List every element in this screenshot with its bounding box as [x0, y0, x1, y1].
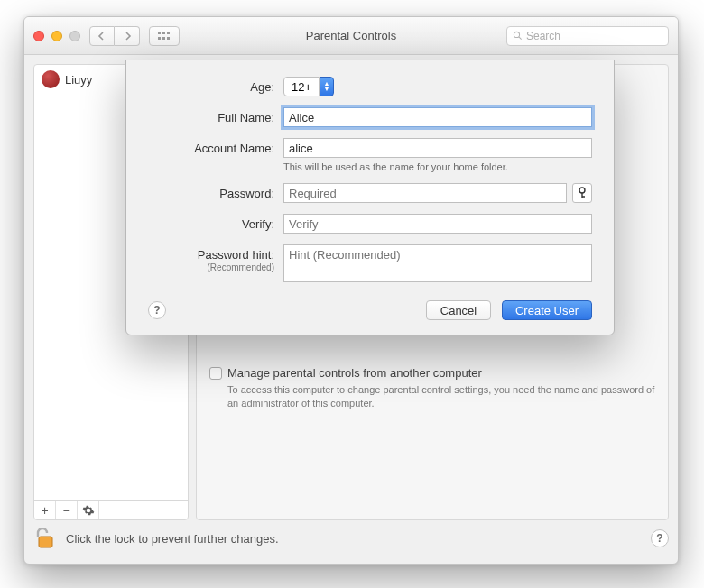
- search-icon: [513, 31, 523, 41]
- svg-point-6: [514, 32, 519, 37]
- svg-rect-8: [39, 537, 52, 547]
- back-button[interactable]: [89, 26, 115, 46]
- hint-label: Password hint: (Recommended): [148, 244, 283, 272]
- account-name-hint: This will be used as the name for your h…: [283, 161, 592, 172]
- search-placeholder: Search: [526, 30, 560, 42]
- verify-row: Verify:: [148, 214, 592, 234]
- add-user-button[interactable]: +: [34, 501, 56, 519]
- password-input[interactable]: [283, 183, 567, 203]
- password-label: Password:: [148, 183, 283, 200]
- preferences-window: Parental Controls Search Liuyy + −: [23, 16, 679, 565]
- verify-label: Verify:: [148, 214, 283, 231]
- svg-line-7: [519, 37, 522, 40]
- nav-segment: [89, 26, 140, 46]
- forward-button[interactable]: [115, 26, 140, 46]
- full-name-label: Full Name:: [148, 107, 283, 124]
- hint-sublabel: (Recommended): [148, 262, 274, 272]
- lock-button[interactable]: [33, 526, 59, 551]
- window-traffic-lights: [33, 31, 80, 41]
- svg-point-9: [579, 188, 585, 193]
- key-icon: [578, 187, 587, 199]
- titlebar: Parental Controls Search: [24, 17, 678, 55]
- full-name-input[interactable]: [283, 107, 592, 127]
- age-value: 12+: [283, 77, 320, 96]
- svg-rect-5: [167, 37, 170, 40]
- hint-textarea[interactable]: [283, 244, 592, 282]
- svg-rect-2: [167, 32, 170, 34]
- grid-icon: [158, 32, 171, 41]
- sheet-help-button[interactable]: ?: [148, 301, 166, 319]
- password-assistant-button[interactable]: [572, 183, 592, 203]
- search-field[interactable]: Search: [506, 26, 669, 46]
- chevron-left-icon: [97, 32, 107, 41]
- account-name-label: Account Name:: [148, 138, 283, 155]
- account-name-row: Account Name: This will be used as the n…: [148, 138, 592, 172]
- help-button[interactable]: ?: [651, 529, 669, 547]
- age-label: Age:: [148, 77, 283, 94]
- show-all-button[interactable]: [149, 26, 180, 46]
- remote-manage-label: Manage parental controls from another co…: [227, 366, 482, 380]
- sidebar-options-button[interactable]: [78, 501, 99, 519]
- age-select[interactable]: 12+ ▲▼: [283, 77, 334, 96]
- avatar-icon: [42, 70, 60, 88]
- chevron-right-icon: [123, 32, 132, 41]
- create-user-sheet: Age: 12+ ▲▼ Full Name: Account Name: Thi…: [125, 60, 615, 335]
- full-name-row: Full Name:: [148, 107, 592, 127]
- hint-row: Password hint: (Recommended): [148, 244, 592, 286]
- svg-rect-3: [158, 37, 161, 40]
- svg-rect-0: [158, 32, 161, 34]
- svg-rect-1: [162, 32, 165, 34]
- select-stepper-icon: ▲▼: [320, 77, 334, 96]
- remove-user-button[interactable]: −: [56, 501, 78, 519]
- verify-input[interactable]: [283, 214, 592, 234]
- unlock-icon: [36, 528, 56, 549]
- lock-text: Click the lock to prevent further change…: [66, 532, 279, 546]
- create-user-button[interactable]: Create User: [502, 300, 592, 320]
- minimize-window-icon[interactable]: [51, 31, 62, 41]
- sheet-buttons: ? Cancel Create User: [148, 300, 592, 320]
- remote-manage-checkbox[interactable]: [209, 367, 222, 380]
- sidebar-toolbar: + −: [34, 500, 188, 519]
- svg-rect-4: [162, 37, 165, 40]
- password-row: Password:: [148, 183, 592, 203]
- window-footer: Click the lock to prevent further change…: [33, 520, 669, 556]
- remote-manage-row: Manage parental controls from another co…: [209, 366, 655, 380]
- window-title: Parental Controls: [306, 29, 396, 42]
- remote-manage-description: To access this computer to change parent…: [227, 383, 655, 410]
- gear-icon: [82, 504, 95, 517]
- account-name-input[interactable]: [283, 138, 592, 158]
- zoom-window-icon[interactable]: [69, 31, 80, 41]
- close-window-icon[interactable]: [33, 31, 44, 41]
- cancel-button[interactable]: Cancel: [426, 300, 491, 320]
- age-row: Age: 12+ ▲▼: [148, 77, 592, 96]
- user-name-label: Liuyy: [65, 73, 92, 87]
